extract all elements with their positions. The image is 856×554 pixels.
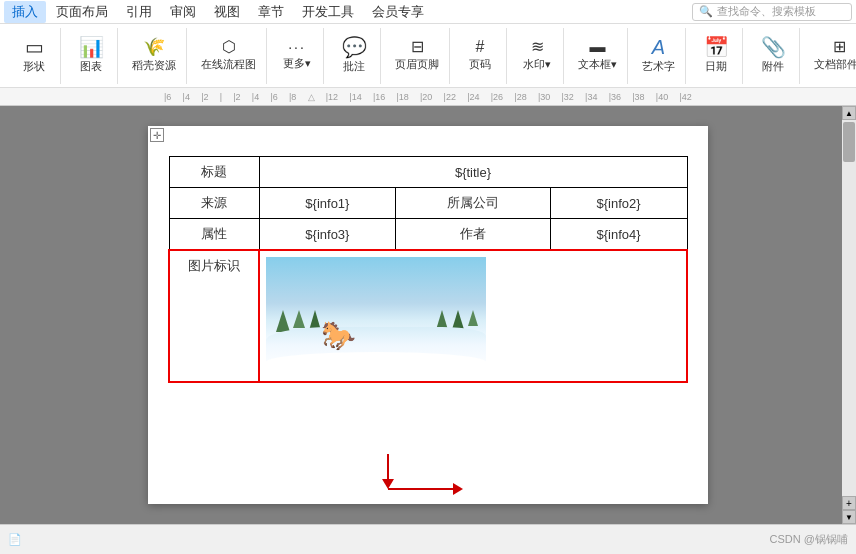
horse-sled: 🐎 [321, 322, 356, 350]
menu-reference[interactable]: 引用 [118, 1, 160, 23]
toolbar-group-shapes: ▭ 形状 [8, 28, 61, 84]
pagenum-label: 页码 [469, 57, 491, 72]
tool-docparts[interactable]: ⊞ 文档部件▾ [808, 31, 856, 81]
toolbar-group-wordart: A 艺术字 [632, 28, 686, 84]
cell-info2[interactable]: ${info2} [550, 188, 687, 219]
table-row: 标题 ${title} [169, 157, 687, 188]
wordart-label: 艺术字 [642, 59, 675, 74]
textbox-icon: ▬ [590, 39, 606, 55]
cell-title-label: 标题 [169, 157, 259, 188]
toolbar-group-docparts: ⊞ 文档部件▾ [804, 28, 856, 84]
wordart-icon: A [652, 37, 665, 57]
headerfoot-label: 页眉页脚 [395, 57, 439, 72]
toolbar-group-watermark: ≋ 水印▾ [511, 28, 564, 84]
attach-label: 附件 [762, 59, 784, 74]
image-snow-scene: 🐎 [266, 257, 486, 372]
comment-label: 批注 [343, 59, 365, 74]
cell-author-label: 作者 [396, 219, 550, 251]
docparts-icon: ⊞ [833, 39, 846, 55]
comment-icon: 💬 [342, 37, 367, 57]
toolbar-group-attach: 📎 附件 [747, 28, 800, 84]
svg-marker-3 [453, 483, 463, 495]
tool-textbox[interactable]: ▬ 文本框▾ [572, 31, 623, 81]
toolbar-group-comment: 💬 批注 [328, 28, 381, 84]
annotation-container: 此处有单元格合并 [378, 454, 498, 514]
tool-resources[interactable]: 🌾 稻壳资源 [126, 31, 182, 81]
tool-charts[interactable]: 📊 图表 [69, 31, 113, 81]
tool-date[interactable]: 📅 日期 [694, 31, 738, 81]
toolbar-group-pagenum: # 页码 [454, 28, 507, 84]
toolbar-group-charts: 📊 图表 [65, 28, 118, 84]
menu-bar: 插入 页面布局 引用 审阅 视图 章节 开发工具 会员专享 🔍 查找命令、搜索模… [0, 0, 856, 24]
watermark-label: CSDN @锅锅哺 [770, 532, 848, 547]
toolbar-group-flowchart: ⬡ 在线流程图 [191, 28, 267, 84]
watermark-label: 水印▾ [523, 57, 551, 72]
pagenum-icon: # [476, 39, 485, 55]
tool-watermark[interactable]: ≋ 水印▾ [515, 31, 559, 81]
more-label: 更多▾ [283, 56, 311, 71]
menu-chapter[interactable]: 章节 [250, 1, 292, 23]
cell-source-label: 来源 [169, 188, 259, 219]
cell-image-label: 图片标识 [169, 250, 259, 382]
more-icon: ··· [288, 40, 306, 54]
table-row: 来源 ${info1} 所属公司 ${info2} [169, 188, 687, 219]
table-move-handle[interactable]: ✛ [150, 128, 164, 142]
toolbar-group-textbox: ▬ 文本框▾ [568, 28, 628, 84]
search-icon: 🔍 [699, 5, 713, 18]
cell-info1[interactable]: ${info1} [259, 188, 396, 219]
docparts-label: 文档部件▾ [814, 57, 856, 72]
headerfoot-icon: ⊟ [411, 39, 424, 55]
menu-view[interactable]: 视图 [206, 1, 248, 23]
cell-info4[interactable]: ${info4} [550, 219, 687, 251]
cell-title-value[interactable]: ${title} [259, 157, 687, 188]
tool-pagenum[interactable]: # 页码 [458, 31, 502, 81]
annotation-arrow [378, 454, 498, 514]
menu-member[interactable]: 会员专享 [364, 1, 432, 23]
menu-review[interactable]: 审阅 [162, 1, 204, 23]
scroll-corner[interactable]: + [842, 496, 856, 510]
resources-icon: 🌾 [143, 38, 165, 56]
ruler-marks: |6|4|2||2|4|6|8 △ |12|14|16|18|20|22|24|… [4, 92, 852, 102]
toolbar-group-headerfoot: ⊟ 页眉页脚 [385, 28, 450, 84]
menu-page-layout[interactable]: 页面布局 [48, 1, 116, 23]
cell-company-label: 所属公司 [396, 188, 550, 219]
date-icon: 📅 [704, 37, 729, 57]
tool-headerfoot[interactable]: ⊟ 页眉页脚 [389, 31, 445, 81]
toolbar: ▭ 形状 📊 图表 🌾 稻壳资源 ⬡ 在线流程图 ··· 更多▾ 💬 批注 [0, 24, 856, 88]
horse-icon: 🐎 [321, 320, 356, 351]
tool-comment[interactable]: 💬 批注 [332, 31, 376, 81]
toolbar-group-more: ··· 更多▾ [271, 28, 324, 84]
snow-bump [266, 352, 486, 372]
scroll-down-button[interactable]: ▼ [842, 510, 856, 524]
cell-image-content: 🐎 [259, 250, 687, 382]
tool-flowchart[interactable]: ⬡ 在线流程图 [195, 31, 262, 81]
vertical-scrollbar[interactable]: ▲ + ▼ [842, 106, 856, 524]
charts-icon: 📊 [79, 37, 104, 57]
tool-attach[interactable]: 📎 附件 [751, 31, 795, 81]
scroll-thumb[interactable] [843, 122, 855, 162]
document-page: ✛ 标题 ${title} 来源 ${info1} 所属公司 ${info2} … [148, 126, 708, 504]
flowchart-icon: ⬡ [222, 39, 236, 55]
cell-attr-label: 属性 [169, 219, 259, 251]
ruler: |6|4|2||2|4|6|8 △ |12|14|16|18|20|22|24|… [0, 88, 856, 106]
attach-icon: 📎 [761, 37, 786, 57]
search-bar[interactable]: 🔍 查找命令、搜索模板 [692, 3, 852, 21]
watermark-icon: ≋ [531, 39, 544, 55]
menu-insert[interactable]: 插入 [4, 1, 46, 23]
toolbar-group-resources: 🌾 稻壳资源 [122, 28, 187, 84]
status-bar: 📄 CSDN @锅锅哺 [0, 524, 856, 554]
menu-developer[interactable]: 开发工具 [294, 1, 362, 23]
document-table: 标题 ${title} 来源 ${info1} 所属公司 ${info2} 属性… [168, 156, 688, 383]
shapes-label: 形状 [23, 59, 45, 74]
table-row-image: 图片标识 [169, 250, 687, 382]
charts-label: 图表 [80, 59, 102, 74]
resources-label: 稻壳资源 [132, 58, 176, 73]
tool-wordart[interactable]: A 艺术字 [636, 31, 681, 81]
doc-icon: 📄 [8, 533, 22, 546]
tool-more[interactable]: ··· 更多▾ [275, 31, 319, 81]
tool-shapes[interactable]: ▭ 形状 [12, 31, 56, 81]
textbox-label: 文本框▾ [578, 57, 617, 72]
table-row: 属性 ${info3} 作者 ${info4} [169, 219, 687, 251]
cell-info3[interactable]: ${info3} [259, 219, 396, 251]
scroll-up-button[interactable]: ▲ [842, 106, 856, 120]
